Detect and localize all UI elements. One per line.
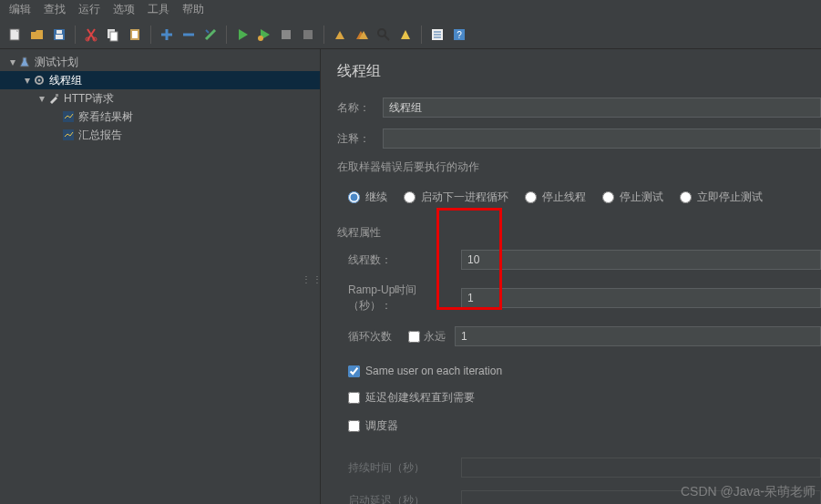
svg-point-13	[258, 36, 263, 41]
same-user-checkbox[interactable]: Same user on each iteration	[348, 365, 502, 377]
search-icon[interactable]	[374, 25, 394, 45]
splitter-handle[interactable]: ⋮⋮	[302, 273, 323, 283]
separator	[421, 26, 422, 44]
watermark: CSDN @Java-呆萌老师	[681, 484, 816, 500]
svg-line-17	[385, 36, 389, 40]
comment-input[interactable]	[383, 129, 821, 149]
delay-create-checkbox[interactable]: 延迟创建线程直到需要	[348, 390, 475, 406]
toggle-icon[interactable]	[200, 25, 221, 45]
chart-icon	[62, 110, 75, 123]
chevron-down-icon[interactable]: ▾	[22, 74, 33, 87]
tree-label: 汇总报告	[78, 128, 122, 143]
stop-icon[interactable]	[276, 25, 296, 45]
scheduler-checkbox[interactable]: 调度器	[348, 418, 398, 434]
loop-forever-checkbox[interactable]: 永远	[408, 329, 446, 345]
radio-stop-now[interactable]: 立即停止测试	[680, 190, 763, 205]
threads-input[interactable]	[461, 250, 821, 270]
shutdown-icon[interactable]	[298, 25, 318, 45]
start-no-timers-icon[interactable]	[254, 25, 274, 45]
rampup-label: Ramp-Up时间（秒）：	[337, 283, 456, 314]
new-icon[interactable]	[5, 25, 26, 45]
svg-rect-26	[56, 94, 58, 97]
open-icon[interactable]	[27, 25, 47, 45]
comment-label: 注释：	[337, 131, 375, 147]
reset-search-icon[interactable]	[395, 25, 416, 45]
tree-label: 线程组	[49, 73, 82, 88]
name-input[interactable]	[383, 98, 821, 118]
pipette-icon	[47, 92, 60, 105]
start-icon[interactable]	[232, 25, 252, 45]
threads-label: 线程数：	[337, 252, 456, 268]
tree-summary-report[interactable]: 汇总报告	[0, 126, 320, 144]
chevron-down-icon[interactable]: ▾	[7, 56, 18, 68]
svg-rect-3	[56, 30, 62, 34]
menu-edit[interactable]: 编辑	[9, 2, 31, 17]
chart-icon	[62, 129, 75, 141]
separator	[150, 26, 151, 44]
function-helper-icon[interactable]	[427, 25, 447, 45]
tree-label: HTTP请求	[64, 91, 114, 107]
toolbar: ?	[0, 21, 821, 49]
svg-rect-7	[110, 32, 118, 41]
rampup-input[interactable]	[461, 288, 821, 308]
svg-point-25	[38, 79, 41, 82]
paste-icon[interactable]	[125, 25, 145, 45]
chevron-down-icon[interactable]: ▾	[36, 92, 47, 105]
help-icon[interactable]: ?	[449, 25, 469, 45]
tree-view-results[interactable]: 察看结果树	[0, 108, 320, 126]
save-icon[interactable]	[49, 25, 69, 45]
collapse-icon[interactable]	[179, 25, 199, 45]
startup-delay-label: 启动延迟（秒）	[337, 493, 456, 505]
menu-bar: 编辑 查找 运行 选项 工具 帮助	[0, 0, 821, 21]
tree-http-request[interactable]: ▾ HTTP请求	[0, 89, 320, 108]
svg-text:?: ?	[457, 30, 462, 40]
separator	[323, 26, 324, 44]
svg-point-16	[378, 29, 385, 36]
gear-icon	[33, 74, 46, 87]
radio-next-loop[interactable]: 启动下一进程循环	[404, 190, 508, 205]
tree-label: 察看结果树	[78, 109, 133, 125]
tree-test-plan[interactable]: ▾ 测试计划	[0, 53, 320, 71]
clear-icon[interactable]	[330, 25, 350, 45]
on-error-title: 在取样器错误后要执行的动作	[337, 159, 821, 175]
expand-icon[interactable]	[157, 25, 177, 45]
duration-input	[461, 458, 821, 478]
tree-label: 测试计划	[35, 55, 78, 70]
radio-continue[interactable]: 继续	[348, 190, 387, 205]
thread-props-title: 线程属性	[337, 225, 821, 241]
svg-rect-2	[56, 35, 63, 39]
panel-title: 线程组	[337, 62, 821, 81]
radio-stop-thread[interactable]: 停止线程	[525, 190, 586, 205]
clear-all-icon[interactable]	[352, 25, 372, 45]
copy-icon[interactable]	[103, 25, 123, 45]
menu-find[interactable]: 查找	[44, 2, 66, 17]
duration-label: 持续时间（秒）	[337, 460, 456, 476]
loop-label: 循环次数	[337, 329, 403, 345]
menu-tools[interactable]: 工具	[148, 2, 169, 17]
menu-run[interactable]: 运行	[78, 2, 100, 17]
main-panel: 线程组 名称： 注释： 在取样器错误后要执行的动作 继续 启动下一进程循环 停止…	[321, 49, 821, 504]
separator	[226, 26, 227, 44]
flask-icon	[18, 56, 31, 68]
menu-options[interactable]: 选项	[113, 2, 135, 17]
cut-icon[interactable]	[81, 25, 101, 45]
tree-panel: ▾ 测试计划 ▾ 线程组 ▾ HTTP请求 察看结果树 汇总报告 ⋮⋮	[0, 49, 321, 504]
loop-input[interactable]	[455, 326, 821, 346]
svg-rect-9	[132, 31, 138, 38]
svg-rect-15	[303, 30, 313, 39]
radio-stop-test[interactable]: 停止测试	[602, 190, 663, 205]
tree-thread-group[interactable]: ▾ 线程组	[0, 71, 320, 89]
on-error-radio-group: 继续 启动下一进程循环 停止线程 停止测试 立即停止测试	[337, 184, 821, 216]
svg-rect-14	[282, 30, 291, 39]
name-label: 名称：	[337, 100, 375, 116]
separator	[75, 26, 76, 44]
menu-help[interactable]: 帮助	[182, 2, 204, 17]
